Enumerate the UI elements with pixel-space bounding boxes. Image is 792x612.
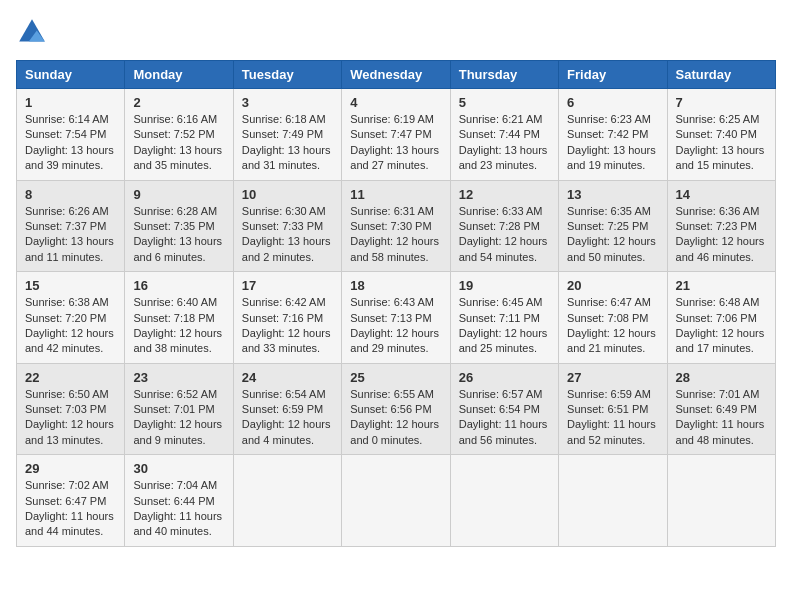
cell-content: Sunrise: 6:16 AMSunset: 7:52 PMDaylight:… — [133, 113, 222, 171]
cell-content: Sunrise: 6:57 AMSunset: 6:54 PMDaylight:… — [459, 388, 548, 446]
day-number: 8 — [25, 187, 116, 202]
week-row-1: 1Sunrise: 6:14 AMSunset: 7:54 PMDaylight… — [17, 89, 776, 181]
cell-content: Sunrise: 6:25 AMSunset: 7:40 PMDaylight:… — [676, 113, 765, 171]
calendar-cell — [342, 455, 450, 547]
day-number: 5 — [459, 95, 550, 110]
column-header-friday: Friday — [559, 61, 667, 89]
cell-content: Sunrise: 6:42 AMSunset: 7:16 PMDaylight:… — [242, 296, 331, 354]
cell-content: Sunrise: 6:36 AMSunset: 7:23 PMDaylight:… — [676, 205, 765, 263]
day-number: 2 — [133, 95, 224, 110]
calendar-cell: 13Sunrise: 6:35 AMSunset: 7:25 PMDayligh… — [559, 180, 667, 272]
day-number: 27 — [567, 370, 658, 385]
day-number: 14 — [676, 187, 767, 202]
calendar-table: SundayMondayTuesdayWednesdayThursdayFrid… — [16, 60, 776, 547]
calendar-cell: 22Sunrise: 6:50 AMSunset: 7:03 PMDayligh… — [17, 363, 125, 455]
column-header-monday: Monday — [125, 61, 233, 89]
cell-content: Sunrise: 6:30 AMSunset: 7:33 PMDaylight:… — [242, 205, 331, 263]
calendar-cell: 23Sunrise: 6:52 AMSunset: 7:01 PMDayligh… — [125, 363, 233, 455]
day-number: 20 — [567, 278, 658, 293]
cell-content: Sunrise: 6:21 AMSunset: 7:44 PMDaylight:… — [459, 113, 548, 171]
cell-content: Sunrise: 6:45 AMSunset: 7:11 PMDaylight:… — [459, 296, 548, 354]
day-number: 1 — [25, 95, 116, 110]
calendar-cell: 1Sunrise: 6:14 AMSunset: 7:54 PMDaylight… — [17, 89, 125, 181]
calendar-cell: 20Sunrise: 6:47 AMSunset: 7:08 PMDayligh… — [559, 272, 667, 364]
week-row-4: 22Sunrise: 6:50 AMSunset: 7:03 PMDayligh… — [17, 363, 776, 455]
calendar-cell: 16Sunrise: 6:40 AMSunset: 7:18 PMDayligh… — [125, 272, 233, 364]
calendar-cell: 29Sunrise: 7:02 AMSunset: 6:47 PMDayligh… — [17, 455, 125, 547]
calendar-cell: 26Sunrise: 6:57 AMSunset: 6:54 PMDayligh… — [450, 363, 558, 455]
calendar-cell — [233, 455, 341, 547]
day-number: 22 — [25, 370, 116, 385]
cell-content: Sunrise: 6:19 AMSunset: 7:47 PMDaylight:… — [350, 113, 439, 171]
calendar-cell: 4Sunrise: 6:19 AMSunset: 7:47 PMDaylight… — [342, 89, 450, 181]
calendar-cell: 7Sunrise: 6:25 AMSunset: 7:40 PMDaylight… — [667, 89, 775, 181]
column-header-sunday: Sunday — [17, 61, 125, 89]
logo — [16, 16, 54, 48]
day-number: 29 — [25, 461, 116, 476]
cell-content: Sunrise: 6:31 AMSunset: 7:30 PMDaylight:… — [350, 205, 439, 263]
week-row-3: 15Sunrise: 6:38 AMSunset: 7:20 PMDayligh… — [17, 272, 776, 364]
calendar-cell: 11Sunrise: 6:31 AMSunset: 7:30 PMDayligh… — [342, 180, 450, 272]
cell-content: Sunrise: 6:48 AMSunset: 7:06 PMDaylight:… — [676, 296, 765, 354]
cell-content: Sunrise: 6:28 AMSunset: 7:35 PMDaylight:… — [133, 205, 222, 263]
week-row-5: 29Sunrise: 7:02 AMSunset: 6:47 PMDayligh… — [17, 455, 776, 547]
logo-icon — [16, 16, 48, 48]
column-header-tuesday: Tuesday — [233, 61, 341, 89]
calendar-cell: 27Sunrise: 6:59 AMSunset: 6:51 PMDayligh… — [559, 363, 667, 455]
week-row-2: 8Sunrise: 6:26 AMSunset: 7:37 PMDaylight… — [17, 180, 776, 272]
cell-content: Sunrise: 6:26 AMSunset: 7:37 PMDaylight:… — [25, 205, 114, 263]
column-header-thursday: Thursday — [450, 61, 558, 89]
calendar-cell: 10Sunrise: 6:30 AMSunset: 7:33 PMDayligh… — [233, 180, 341, 272]
calendar-cell: 24Sunrise: 6:54 AMSunset: 6:59 PMDayligh… — [233, 363, 341, 455]
cell-content: Sunrise: 6:54 AMSunset: 6:59 PMDaylight:… — [242, 388, 331, 446]
calendar-cell: 25Sunrise: 6:55 AMSunset: 6:56 PMDayligh… — [342, 363, 450, 455]
calendar-cell: 14Sunrise: 6:36 AMSunset: 7:23 PMDayligh… — [667, 180, 775, 272]
cell-content: Sunrise: 6:38 AMSunset: 7:20 PMDaylight:… — [25, 296, 114, 354]
day-number: 6 — [567, 95, 658, 110]
day-number: 25 — [350, 370, 441, 385]
calendar-cell — [559, 455, 667, 547]
day-number: 30 — [133, 461, 224, 476]
day-number: 7 — [676, 95, 767, 110]
cell-content: Sunrise: 6:33 AMSunset: 7:28 PMDaylight:… — [459, 205, 548, 263]
day-number: 10 — [242, 187, 333, 202]
header-row: SundayMondayTuesdayWednesdayThursdayFrid… — [17, 61, 776, 89]
calendar-cell: 2Sunrise: 6:16 AMSunset: 7:52 PMDaylight… — [125, 89, 233, 181]
calendar-cell: 21Sunrise: 6:48 AMSunset: 7:06 PMDayligh… — [667, 272, 775, 364]
day-number: 12 — [459, 187, 550, 202]
cell-content: Sunrise: 6:50 AMSunset: 7:03 PMDaylight:… — [25, 388, 114, 446]
calendar-cell: 3Sunrise: 6:18 AMSunset: 7:49 PMDaylight… — [233, 89, 341, 181]
calendar-cell: 8Sunrise: 6:26 AMSunset: 7:37 PMDaylight… — [17, 180, 125, 272]
calendar-cell: 18Sunrise: 6:43 AMSunset: 7:13 PMDayligh… — [342, 272, 450, 364]
day-number: 24 — [242, 370, 333, 385]
day-number: 15 — [25, 278, 116, 293]
cell-content: Sunrise: 7:04 AMSunset: 6:44 PMDaylight:… — [133, 479, 222, 537]
day-number: 21 — [676, 278, 767, 293]
cell-content: Sunrise: 6:35 AMSunset: 7:25 PMDaylight:… — [567, 205, 656, 263]
day-number: 18 — [350, 278, 441, 293]
cell-content: Sunrise: 6:47 AMSunset: 7:08 PMDaylight:… — [567, 296, 656, 354]
cell-content: Sunrise: 7:02 AMSunset: 6:47 PMDaylight:… — [25, 479, 114, 537]
calendar-cell: 6Sunrise: 6:23 AMSunset: 7:42 PMDaylight… — [559, 89, 667, 181]
day-number: 16 — [133, 278, 224, 293]
day-number: 28 — [676, 370, 767, 385]
calendar-cell: 12Sunrise: 6:33 AMSunset: 7:28 PMDayligh… — [450, 180, 558, 272]
calendar-cell: 15Sunrise: 6:38 AMSunset: 7:20 PMDayligh… — [17, 272, 125, 364]
calendar-cell: 9Sunrise: 6:28 AMSunset: 7:35 PMDaylight… — [125, 180, 233, 272]
day-number: 23 — [133, 370, 224, 385]
calendar-cell — [450, 455, 558, 547]
calendar-cell: 30Sunrise: 7:04 AMSunset: 6:44 PMDayligh… — [125, 455, 233, 547]
cell-content: Sunrise: 6:55 AMSunset: 6:56 PMDaylight:… — [350, 388, 439, 446]
column-header-wednesday: Wednesday — [342, 61, 450, 89]
cell-content: Sunrise: 6:40 AMSunset: 7:18 PMDaylight:… — [133, 296, 222, 354]
day-number: 13 — [567, 187, 658, 202]
cell-content: Sunrise: 6:52 AMSunset: 7:01 PMDaylight:… — [133, 388, 222, 446]
page-header — [16, 16, 776, 48]
calendar-cell: 28Sunrise: 7:01 AMSunset: 6:49 PMDayligh… — [667, 363, 775, 455]
cell-content: Sunrise: 6:23 AMSunset: 7:42 PMDaylight:… — [567, 113, 656, 171]
calendar-cell: 17Sunrise: 6:42 AMSunset: 7:16 PMDayligh… — [233, 272, 341, 364]
day-number: 17 — [242, 278, 333, 293]
calendar-cell: 5Sunrise: 6:21 AMSunset: 7:44 PMDaylight… — [450, 89, 558, 181]
calendar-cell: 19Sunrise: 6:45 AMSunset: 7:11 PMDayligh… — [450, 272, 558, 364]
day-number: 19 — [459, 278, 550, 293]
